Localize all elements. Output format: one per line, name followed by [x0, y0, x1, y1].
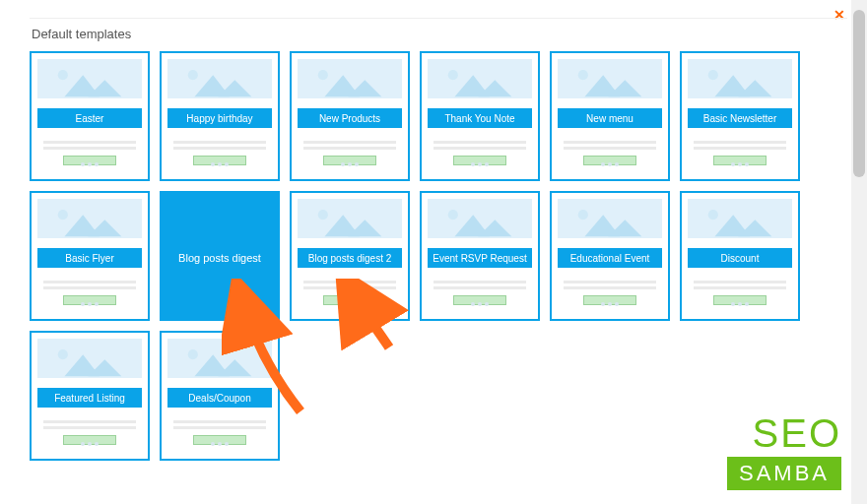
template-label: Happy birthday [167, 108, 272, 128]
svg-marker-28 [455, 215, 491, 236]
svg-marker-17 [738, 80, 771, 96]
template-card[interactable]: Blog posts digest [160, 191, 280, 321]
svg-marker-20 [88, 220, 121, 236]
svg-marker-38 [88, 359, 121, 376]
template-grid: EasterHappy birthdayNew ProductsThank Yo… [30, 51, 847, 461]
svg-marker-34 [715, 215, 751, 236]
svg-point-18 [58, 210, 68, 220]
svg-marker-13 [585, 75, 621, 96]
svg-point-27 [448, 210, 458, 220]
svg-point-12 [578, 70, 588, 80]
svg-point-30 [578, 210, 588, 220]
template-card[interactable]: Discount [680, 191, 800, 321]
template-card[interactable]: Happy birthday [160, 51, 280, 181]
svg-marker-25 [325, 215, 361, 236]
svg-marker-23 [218, 220, 251, 236]
svg-marker-19 [65, 215, 100, 236]
svg-point-33 [708, 210, 718, 220]
logo-bottom: SAMBA [727, 457, 841, 490]
template-card[interactable]: Blog posts digest 2 [290, 191, 410, 321]
svg-marker-7 [325, 75, 361, 96]
svg-point-15 [708, 70, 718, 80]
template-card[interactable]: Basic Flyer [30, 191, 150, 321]
template-card[interactable]: Deals/Coupon [160, 331, 280, 461]
template-label: Event RSVP Request [428, 248, 532, 268]
svg-marker-16 [715, 75, 751, 96]
template-card[interactable]: Easter [30, 51, 150, 181]
template-label: Deals/Coupon [167, 388, 272, 408]
template-label: Thank You Note [428, 108, 532, 128]
template-label: New menu [558, 108, 662, 128]
divider [30, 18, 847, 19]
svg-point-39 [188, 349, 198, 359]
template-label: Basic Newsletter [688, 108, 792, 128]
svg-marker-35 [738, 220, 771, 236]
template-card[interactable]: Educational Event [550, 191, 670, 321]
svg-point-0 [58, 70, 68, 80]
svg-marker-10 [455, 75, 491, 96]
svg-point-3 [188, 70, 198, 80]
template-label: Featured Listing [37, 388, 142, 408]
svg-marker-11 [478, 80, 511, 96]
template-card[interactable]: New Products [290, 51, 410, 181]
svg-marker-41 [218, 359, 251, 376]
svg-point-6 [318, 70, 328, 80]
svg-marker-26 [348, 220, 381, 236]
template-card[interactable]: Featured Listing [30, 331, 150, 461]
template-label: Discount [688, 248, 792, 268]
dialog-viewport: ✕ Default templates EasterHappy birthday… [0, 0, 867, 504]
svg-marker-5 [218, 80, 251, 96]
svg-marker-4 [195, 75, 231, 96]
svg-marker-1 [65, 75, 100, 96]
svg-marker-8 [348, 80, 381, 96]
section-title: Default templates [32, 27, 847, 41]
template-label: Easter [37, 108, 142, 128]
template-card[interactable]: Event RSVP Request [420, 191, 540, 321]
scroll-thumb[interactable] [853, 10, 865, 177]
svg-point-24 [318, 210, 328, 220]
svg-marker-32 [608, 220, 641, 236]
template-label: Blog posts digest 2 [298, 248, 402, 268]
template-label: Basic Flyer [37, 248, 142, 268]
svg-marker-2 [88, 80, 121, 96]
template-card[interactable]: Basic Newsletter [680, 51, 800, 181]
template-card[interactable]: Thank You Note [420, 51, 540, 181]
template-label: Blog posts digest [167, 248, 272, 268]
svg-marker-40 [195, 354, 231, 376]
svg-marker-31 [585, 215, 621, 236]
svg-point-21 [188, 210, 198, 220]
vertical-scrollbar[interactable] [851, 0, 867, 504]
svg-marker-22 [195, 215, 231, 236]
svg-point-36 [58, 349, 68, 359]
svg-marker-29 [478, 220, 511, 236]
template-label: New Products [298, 108, 402, 128]
svg-point-9 [448, 70, 458, 80]
template-label: Educational Event [558, 248, 662, 268]
svg-marker-14 [608, 80, 641, 96]
svg-marker-37 [65, 354, 100, 376]
template-card[interactable]: New menu [550, 51, 670, 181]
